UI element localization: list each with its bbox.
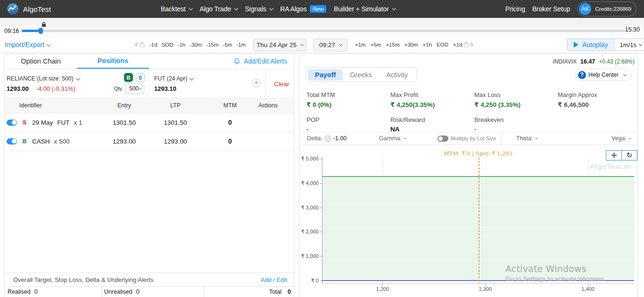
underlying-select[interactable]: RELIANCE (Lot size: 500): [7, 75, 110, 82]
position-toggle[interactable]: [7, 120, 17, 126]
time-select[interactable]: 09:27: [314, 39, 347, 51]
underlying-price: 1293.00: [7, 85, 29, 92]
mtm-cell: 0: [202, 132, 258, 151]
chevron-down-icon: [300, 42, 304, 46]
brand[interactable]: AlgoTest: [0, 3, 161, 15]
step-eod[interactable]: EOD: [437, 42, 448, 48]
y-tick-label: ₹ 5,000: [301, 156, 319, 162]
underlying-select-label: RELIANCE (Lot size: 500): [7, 75, 74, 82]
y-tick-label: ₹ 3,000: [301, 204, 319, 210]
identifier-text: 29 May FUT x 1: [32, 119, 83, 126]
nav-item-broker-setup[interactable]: Broker Setup: [532, 5, 570, 13]
tab-option-chain[interactable]: Option Chain: [5, 54, 77, 69]
add-edit-alerts-button[interactable]: Add/Edit Alerts: [233, 57, 287, 65]
date-select-wrap: Thu 24 Apr 25: [253, 37, 306, 53]
nav-item-label: Signals: [245, 5, 266, 13]
tab-payoff[interactable]: Payoff: [308, 69, 343, 80]
step-minus-5m[interactable]: -5m: [223, 42, 232, 48]
stat-max-loss: Max Loss ₹ 4,250 (3.35%): [474, 91, 558, 108]
tab-positions[interactable]: Positions: [77, 54, 149, 69]
nav-item-pricing[interactable]: Pricing: [505, 5, 525, 13]
qty-select[interactable]: 500: [125, 83, 144, 94]
unrealised-label: Unrealised: [104, 289, 132, 295]
position-mtm: 0: [228, 119, 232, 126]
greek-value: -1.00: [333, 135, 347, 142]
total-cell: Total 0: [204, 287, 294, 297]
position-ltp: 1301.50: [149, 113, 202, 132]
stat-pop: POP -: [306, 116, 390, 133]
future-price: 1293.10: [154, 85, 176, 92]
position-mult: x 1: [74, 119, 83, 126]
autoplay-speed-select[interactable]: 1m/1s: [614, 39, 644, 50]
nav-item-signals[interactable]: Signals: [245, 5, 273, 13]
tab-greeks[interactable]: Greeks: [343, 69, 379, 80]
info-icon[interactable]: i: [325, 136, 331, 142]
help-center-button[interactable]: ? Help Center: [575, 69, 631, 81]
positions-table-body: S 29 May FUT x 1 1301.50 1301.50 0: [5, 113, 294, 151]
stat-value: ₹ 4,250(3.35%): [390, 101, 474, 108]
greek-label: Gamma:: [379, 135, 402, 142]
spot-line: [479, 158, 479, 284]
stat-total-mtm: Total MTM ₹ 0 (0%): [306, 91, 390, 108]
stat-risk-reward: Risk/Reward NA: [390, 116, 474, 133]
bell-icon: [233, 57, 240, 65]
timeline-slider-handle[interactable]: [39, 28, 43, 34]
sell-button[interactable]: S: [136, 73, 145, 82]
nav-item-backtest[interactable]: Backtest: [161, 5, 192, 13]
position-toggle[interactable]: [7, 138, 17, 144]
multiply-lot-size-label: Mulitply by Lot Size: [451, 136, 496, 141]
step-minus-1h[interactable]: -1h: [178, 42, 186, 48]
step-minus-1m[interactable]: -1m: [236, 42, 246, 48]
step-plus-5m[interactable]: +5m: [371, 42, 381, 48]
step-plus-30m[interactable]: +30m: [405, 42, 418, 48]
algotest-logo-icon: [7, 3, 19, 15]
clear-button[interactable]: Clear: [269, 69, 294, 98]
credits-pill[interactable]: AK Credits:226869: [577, 1, 636, 16]
step-minus-15m[interactable]: -15m: [206, 42, 218, 48]
nav-item-ra-algos[interactable]: RA AlgosNew: [280, 5, 326, 13]
underlying-block: RELIANCE (Lot size: 500) 1293.00 -4.00 (…: [5, 69, 149, 98]
step-minus-30m[interactable]: -30m: [190, 42, 202, 48]
buy-button[interactable]: B: [124, 73, 133, 82]
mtm-cell: 0: [202, 113, 258, 132]
nav-item-algo-trade[interactable]: Algo Trade: [199, 5, 237, 13]
date-select[interactable]: Thu 24 Apr 25: [253, 39, 306, 51]
position-entry: 1301.50: [99, 113, 149, 132]
identifier-cell-content: S 29 May FUT x 1: [5, 119, 99, 126]
timeline-slider-track[interactable]: [22, 30, 625, 32]
step-plus-15m[interactable]: +15m: [386, 42, 399, 48]
autoplay-label: Autoplay: [582, 41, 608, 48]
step-plus-1d[interactable]: +1d: [453, 42, 462, 48]
col-header-actions: Actions: [258, 98, 294, 113]
future-select[interactable]: FUT (24 Apr): [154, 75, 265, 82]
add-position-button[interactable]: +: [252, 79, 261, 88]
locked-step-forward[interactable]: >: [463, 37, 473, 53]
alerts-add-edit-button[interactable]: Add / Edit: [261, 276, 287, 283]
indiavix-quote: INDIAVIX 16.47 +0.43 (2.68%): [553, 58, 635, 65]
play-icon: [574, 42, 578, 48]
tab-activity[interactable]: Activity: [379, 69, 415, 80]
import-export-button[interactable]: Import/Export: [5, 41, 50, 48]
greek-value: -: [629, 135, 631, 142]
nav-item-label: Backtest: [161, 5, 186, 13]
greek-label: Vega:: [611, 135, 627, 142]
left-panel-footer: Overall Target, Stop Loss, Delta & Under…: [5, 273, 294, 297]
payoff-chart: MTM: ₹ 0 | Spot: ₹ 1,293 ↻ AlgoTest.in A…: [299, 146, 637, 297]
qty-row: Qty 500: [110, 83, 148, 94]
col-header-mtm: MTM: [202, 98, 258, 113]
step-sod[interactable]: SOD: [162, 42, 173, 48]
nav-item-builder-simulator[interactable]: Builder + Simulator: [334, 5, 395, 13]
autoplay-button[interactable]: Autoplay: [567, 39, 614, 50]
activate-windows-line1: Activate Windows: [505, 264, 606, 274]
step-minus-1d[interactable]: -1d: [149, 42, 157, 48]
positions-table-head: Identifier Entry LTP MTM Actions: [5, 98, 294, 113]
step-plus-1m[interactable]: +1m: [355, 42, 366, 48]
lot-size-toggle-group: Mulitply by Lot Size: [438, 132, 496, 144]
chart-title: MTM: ₹ 0 | Spot: ₹ 1,293: [322, 150, 634, 157]
step-plus-1h[interactable]: +1h: [423, 42, 432, 48]
avatar[interactable]: AK: [579, 3, 591, 15]
multiply-lot-size-toggle[interactable]: [438, 136, 448, 142]
autoplay-speed-value: 1m/1s: [619, 41, 636, 48]
locked-step-back[interactable]: <: [135, 37, 145, 53]
new-badge: New: [310, 5, 326, 13]
